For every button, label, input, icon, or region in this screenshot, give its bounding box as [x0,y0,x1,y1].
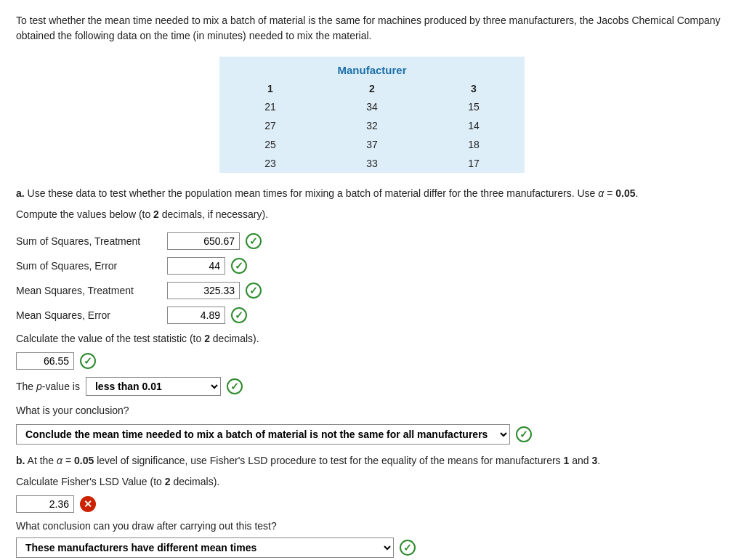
ss-treatment-label: Sum of Squares, Treatment [16,235,161,247]
table-cell: 15 [423,97,525,116]
ms-error-check: ✓ [231,307,247,323]
part-b-text: b. At the α = 0.05 level of significance… [16,453,728,468]
table-cell: 14 [423,116,525,135]
ms-treatment-label: Mean Squares, Treatment [16,285,161,296]
conclusion-row: Conclude the mean time needed to mix a b… [16,424,728,445]
final-check: ✓ [400,540,416,556]
table-row: 213415 [219,97,525,116]
check-circle-test-stat: ✓ [80,353,96,369]
table-cell: 21 [219,97,321,116]
table-cell: 27 [219,116,321,135]
check-circle-conclusion: ✓ [516,426,532,442]
table-header-row: Manufacturer [219,57,525,79]
ss-treatment-input[interactable] [167,232,240,250]
part-b-label: b. [16,455,25,466]
col-header-2: 2 [321,79,423,97]
part-a-label: a. [16,187,25,199]
conclusion-prompt: What is your conclusion? [16,403,728,418]
ms-treatment-input[interactable] [167,282,240,299]
pvalue-dropdown[interactable]: less than 0.01 between 0.01 and 0.05 bet… [86,377,221,396]
check-circle-ss-error: ✓ [231,258,247,274]
compute-text: Compute the values below (to 2 decimals,… [16,207,728,222]
table-cell: 33 [321,154,423,173]
ss-treatment-check: ✓ [246,233,262,249]
compute-bold: 2 [153,208,159,220]
intro-text: To test whether the mean time needed to … [16,13,728,44]
conclusion-dropdown[interactable]: Conclude the mean time needed to mix a b… [16,424,510,445]
table-cell: 25 [219,135,321,154]
pvalue-row: The p-value is less than 0.01 between 0.… [16,377,728,396]
test-stat-label: Calculate the value of the test statisti… [16,331,728,346]
table-cell: 34 [321,97,423,116]
final-dropdown-row: These manufacturers have different mean … [16,537,728,558]
ss-treatment-row: Sum of Squares, Treatment ✓ [16,232,728,250]
col-header-3: 3 [423,79,525,97]
manufacturer-table: Manufacturer 1 2 3 213415273214253718233… [219,57,525,173]
ss-error-row: Sum of Squares, Error ✓ [16,257,728,275]
test-stat-input[interactable] [16,352,74,370]
ss-error-label: Sum of Squares, Error [16,260,161,272]
ms-treatment-row: Mean Squares, Treatment ✓ [16,282,728,299]
part-a-body: Use these data to test whether the popul… [28,187,639,199]
table-cell: 37 [321,135,423,154]
final-conclusion-prompt: What conclusion can you draw after carry… [16,520,728,532]
table-row: 253718 [219,135,525,154]
conclusion-check: ✓ [516,426,532,442]
check-circle-pvalue: ✓ [227,378,243,394]
x-circle-lsd: ✕ [80,496,96,512]
table-row: 273214 [219,116,525,135]
table-col-header-row: 1 2 3 [219,79,525,97]
check-circle-ms-error: ✓ [231,307,247,323]
ss-error-check: ✓ [231,258,247,274]
ms-error-input[interactable] [167,307,225,324]
table-cell: 17 [423,154,525,173]
ms-treatment-check: ✓ [246,283,262,299]
pvalue-check: ✓ [227,378,243,394]
lsd-input[interactable] [16,495,74,513]
table-row: 233317 [219,154,525,173]
lsd-label: Calculate Fisher's LSD Value (to 2 decim… [16,474,728,490]
ms-error-row: Mean Squares, Error ✓ [16,307,728,324]
check-circle-final: ✓ [400,540,416,556]
lsd-cross: ✕ [80,496,96,512]
manufacturer-header: Manufacturer [219,57,525,79]
ss-error-input[interactable] [167,257,225,275]
test-stat-check: ✓ [80,353,96,369]
test-stat-row: ✓ [16,352,728,370]
final-conclusion-dropdown[interactable]: These manufacturers have different mean … [16,537,394,558]
ms-error-label: Mean Squares, Error [16,309,161,321]
part-a-text: a. Use these data to test whether the po… [16,186,728,201]
lsd-row: ✕ [16,495,728,513]
pvalue-label-the: The p-value is [16,381,80,392]
check-circle-ss-treatment: ✓ [246,233,262,249]
data-table-wrapper: Manufacturer 1 2 3 213415273214253718233… [16,57,728,173]
table-cell: 23 [219,154,321,173]
table-cell: 18 [423,135,525,154]
table-cell: 32 [321,116,423,135]
check-circle-ms-treatment: ✓ [246,283,262,299]
col-header-1: 1 [219,79,321,97]
